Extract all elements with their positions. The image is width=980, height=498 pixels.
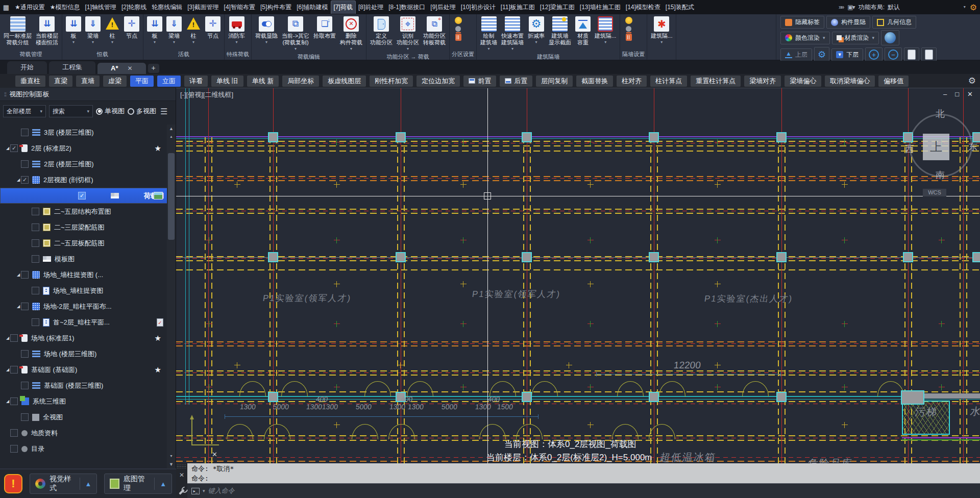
tree-item-2层 (标准层2)[interactable]: ◢✓2层 (标准层2)★ bbox=[0, 140, 167, 156]
compass-north-label[interactable]: 北 bbox=[936, 108, 945, 120]
ribbon-button-删除[interactable]: 删除 构件荷载▾ bbox=[338, 15, 364, 52]
expand-arrow-icon[interactable]: ◢ bbox=[5, 146, 10, 151]
trash-icon[interactable] bbox=[455, 34, 461, 41]
menu-overflow-icon[interactable]: »» bbox=[839, 4, 843, 11]
favorite-star-icon[interactable]: ★ bbox=[155, 144, 161, 153]
ribbon-button-梁墙[interactable]: 梁墙▾ bbox=[165, 15, 183, 45]
toolbar-gear-icon[interactable]: ⚙ bbox=[968, 76, 976, 86]
menu-tab-[3]截面管理[interactable]: [3]截面管理 bbox=[185, 1, 221, 14]
column-marker[interactable] bbox=[776, 132, 787, 142]
favorite-star-icon[interactable]: ★ bbox=[155, 334, 161, 343]
drawing-canvas[interactable]: [-][俯视][二维线框] – □ ✕ 13005000130013005000… bbox=[176, 88, 980, 463]
column-marker[interactable] bbox=[522, 132, 532, 142]
viewport-label[interactable]: [-][俯视][二维线框] bbox=[180, 90, 233, 99]
tree-item-场地-2层_暗柱平面布...[interactable]: ◢场地-2层_暗柱平面布... bbox=[0, 298, 167, 314]
menu-tab-[12]梁施工图[interactable]: [12]梁施工图 bbox=[537, 1, 577, 14]
doc-tab-开始[interactable]: 开始 bbox=[7, 61, 47, 74]
menu-tab-[10]初步设计[interactable]: [10]初步设计 bbox=[458, 1, 498, 14]
toolbar-button-梁墙对齐[interactable]: 梁墙对齐 bbox=[744, 76, 781, 87]
expand-arrow-icon[interactable]: ◢ bbox=[5, 367, 10, 372]
toolbar-button-直梁[interactable]: 直梁 bbox=[49, 76, 72, 87]
scroll-up-icon[interactable]: ▲ bbox=[167, 124, 176, 133]
column-marker[interactable] bbox=[649, 132, 659, 142]
tree-item-场地 (楼层三维图)[interactable]: 场地 (楼层三维图) bbox=[0, 346, 167, 362]
bulb-icon[interactable] bbox=[625, 17, 632, 24]
tree-item-基础面 (楼层三维图)[interactable]: 基础面 (楼层三维图) bbox=[0, 378, 167, 393]
menu-tab-[8]前处理[interactable]: [8]前处理 bbox=[356, 1, 386, 14]
expand-arrow-icon[interactable]: ◢ bbox=[16, 304, 21, 309]
trash-icon[interactable] bbox=[626, 34, 632, 41]
column-marker[interactable] bbox=[522, 252, 532, 262]
tree-item-3层 (楼层三维图)[interactable]: 3层 (楼层三维图) bbox=[0, 124, 167, 140]
panel-button-构件显隐[interactable]: 构件显隐 bbox=[826, 16, 870, 29]
expand-arrow-icon[interactable]: ◢ bbox=[16, 272, 21, 277]
tree-item-二~三层梁配筋图[interactable]: 二~三层梁配筋图 bbox=[0, 219, 167, 235]
base-map-button[interactable]: 底图管理 ▲ bbox=[104, 474, 172, 494]
tree-item-场地_墙柱提资图[interactable]: 场地_墙柱提资图 bbox=[0, 283, 167, 298]
close-icon[interactable]: ✕ bbox=[179, 471, 184, 479]
doc-tab-工程集[interactable]: 工程集 bbox=[49, 61, 95, 74]
doc-panel-button[interactable] bbox=[921, 47, 937, 62]
menu-tab-★模型信息[interactable]: ★模型信息 bbox=[47, 1, 83, 14]
ribbon-button-节点[interactable]: 节点 bbox=[122, 15, 141, 40]
ribbon-button-定义[interactable]: 定义 功能分区 bbox=[369, 15, 394, 47]
ribbon-button-同一标准层[interactable]: 同一标准层 荷载分组 bbox=[2, 15, 33, 47]
crosshair-pickbox[interactable] bbox=[484, 192, 491, 200]
favorite-star-icon[interactable]: ★ bbox=[155, 365, 161, 375]
app-grid-icon[interactable]: ▦ bbox=[0, 4, 12, 11]
ribbon-button-拾取布置[interactable]: 拾取布置 bbox=[312, 15, 337, 40]
sphere-button[interactable] bbox=[881, 30, 899, 45]
menu-tab-[11]板施工图[interactable]: [11]板施工图 bbox=[498, 1, 537, 14]
ribbon-button-折减率[interactable]: 折减率▾ bbox=[526, 15, 546, 45]
column-marker[interactable] bbox=[776, 252, 787, 262]
menu-tab-[6]辅助建模[interactable]: [6]辅助建模 bbox=[294, 1, 330, 14]
menu-tab-[15]装配式[interactable]: [15]装配式 bbox=[663, 1, 697, 14]
ribbon-button-荷载显隐[interactable]: 荷载显隐▾ bbox=[254, 15, 279, 45]
toolbar-button-截面替换[interactable]: 截面替换 bbox=[576, 76, 613, 87]
menu-tab-[5]构件布置[interactable]: [5]构件布置 bbox=[258, 1, 294, 14]
toolbar-button-局部坐标[interactable]: 局部坐标 bbox=[282, 76, 319, 87]
tree-checkbox[interactable]: ✓ bbox=[78, 192, 86, 200]
expand-up-icon[interactable]: ▲ bbox=[160, 480, 166, 488]
tree-item-荷载图[interactable]: ✓荷载图 bbox=[0, 188, 167, 204]
toolbar-button-单线 新[interactable]: 单线 新 bbox=[247, 76, 279, 87]
toolbar-button-层间复制[interactable]: 层间复制 bbox=[536, 76, 573, 87]
tree-checkbox[interactable] bbox=[32, 318, 39, 326]
toolbar-button-后置[interactable]: 后置 bbox=[500, 76, 532, 87]
menu-tab-轮廓线编辑[interactable]: 轮廓线编辑 bbox=[149, 1, 185, 14]
tree-checkbox[interactable] bbox=[32, 208, 39, 215]
tree-checkbox[interactable]: ✓ bbox=[10, 144, 18, 152]
ribbon-button-节点[interactable]: 节点 bbox=[204, 15, 222, 40]
ribbon-button-功能分区[interactable]: 功能分区 转板荷载 bbox=[422, 15, 447, 47]
tree-checkbox[interactable] bbox=[10, 429, 18, 437]
gear-button[interactable]: ⚙ bbox=[814, 47, 829, 62]
zoom-in-button[interactable]: + bbox=[865, 47, 883, 62]
multi-view-radio[interactable]: 多视图 bbox=[128, 107, 156, 116]
toolbar-button-虚梁[interactable]: 虚梁 bbox=[103, 76, 127, 87]
add-tab-button[interactable]: + bbox=[148, 64, 159, 73]
column-marker[interactable] bbox=[776, 392, 787, 402]
close-icon[interactable]: ✕ bbox=[967, 90, 973, 98]
toolbar-button-柱对齐[interactable]: 柱对齐 bbox=[617, 76, 647, 87]
toolbar-button-前置[interactable]: 前置 bbox=[463, 76, 496, 87]
visual-style-button[interactable]: 视觉样式 ▲ bbox=[30, 474, 97, 494]
menu-tab-[4]智能布置[interactable]: [4]智能布置 bbox=[222, 1, 258, 14]
ribbon-button-当前->其它[interactable]: 当前->其它 (荷载复制)▾ bbox=[280, 15, 311, 52]
tree-item-模板图[interactable]: 模板图 bbox=[0, 251, 167, 267]
compass-up-face[interactable]: 上 bbox=[923, 134, 949, 160]
ribbon-button-消防车[interactable]: 消防车▾ bbox=[227, 15, 247, 45]
image-icon[interactable] bbox=[154, 192, 163, 200]
tree-item-全视图[interactable]: 全视图 bbox=[0, 409, 167, 425]
settings-gear-icon[interactable]: ⚙ bbox=[970, 3, 977, 12]
compass-east-label[interactable]: 东 bbox=[968, 141, 977, 153]
expand-up-icon[interactable]: ▲ bbox=[85, 480, 92, 488]
floor-filter-select[interactable]: 全部楼层 ▾ bbox=[3, 105, 46, 117]
close-tab-icon[interactable]: ✕ bbox=[127, 65, 132, 72]
warning-icon[interactable]: ! bbox=[4, 474, 22, 493]
scroll-down-small-icon[interactable]: ▼ bbox=[167, 452, 176, 460]
toolbar-button-详看[interactable]: 详看 bbox=[184, 76, 208, 87]
ribbon-button-快速布置[interactable]: 快速布置 建筑隔墙▾ bbox=[500, 15, 525, 52]
column-marker[interactable] bbox=[522, 392, 532, 402]
tree-checkbox[interactable] bbox=[21, 350, 29, 358]
minimize-icon[interactable]: – bbox=[943, 90, 947, 98]
